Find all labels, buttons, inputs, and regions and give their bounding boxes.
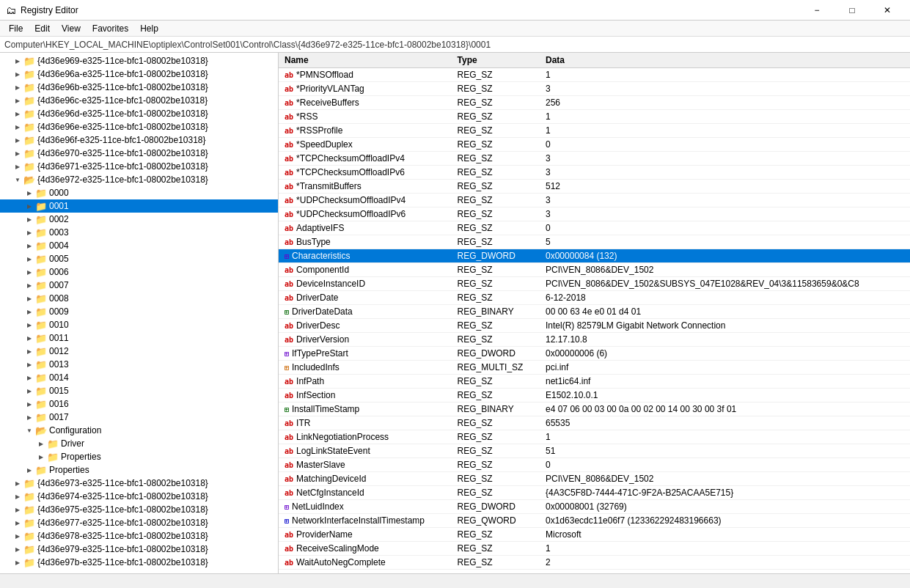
table-row[interactable]: abDriverVersionREG_SZ12.17.10.8	[279, 333, 910, 347]
expand-icon[interactable]: ▶	[12, 490, 23, 502]
expand-icon[interactable]: ▶	[12, 517, 23, 529]
expand-icon[interactable]: ▶	[12, 134, 23, 146]
table-row[interactable]: ab*RSSProfileREG_SZ1	[279, 124, 910, 138]
tree-item[interactable]: ▶📁{4d36e970-e325-11ce-bfc1-08002be10318}	[0, 147, 278, 160]
expand-icon[interactable]: ▶	[12, 477, 23, 489]
table-row[interactable]: ab*ReceiveBuffersREG_SZ256	[279, 96, 910, 110]
table-row[interactable]: ab*PriorityVLANTagREG_SZ3	[279, 82, 910, 96]
table-row[interactable]: ab*UDPChecksumOffloadIPv6REG_SZ3	[279, 207, 910, 221]
table-row[interactable]: ab*TCPChecksumOffloadIPv6REG_SZ3	[279, 166, 910, 180]
expand-icon[interactable]: ▶	[12, 556, 23, 568]
tree-item[interactable]: ▶📁{4d36e96c-e325-11ce-bfc1-08002be10318}	[0, 94, 278, 107]
expand-icon[interactable]: ▶	[12, 68, 23, 80]
tree-item[interactable]: ▶📁0007	[0, 279, 278, 292]
table-row[interactable]: ⊞IfTypePreStartREG_DWORD0x00000006 (6)	[279, 347, 910, 361]
expand-icon[interactable]: ▶	[12, 543, 23, 555]
table-row[interactable]: ab*TransmitBuffersREG_SZ512	[279, 180, 910, 194]
tree-item[interactable]: ▶📁0011	[0, 331, 278, 345]
tree-item[interactable]: ▶📁0015	[0, 384, 278, 397]
expand-icon[interactable]: ▶	[23, 266, 35, 278]
expand-icon[interactable]: ▶	[23, 398, 35, 410]
expand-icon[interactable]: ▶	[23, 213, 35, 225]
table-row[interactable]: abBusTypeREG_SZ5	[279, 235, 910, 249]
expand-icon[interactable]: ▶	[23, 306, 35, 317]
table-row[interactable]: abLogLinkStateEventREG_SZ51	[279, 444, 910, 458]
table-row[interactable]: abLinkNegotiationProcessREG_SZ1	[279, 430, 910, 444]
tree-item[interactable]: ▶📁{4d36e975-e325-11ce-bfc1-08002be10318}	[0, 503, 278, 516]
table-row[interactable]: ⊞DriverDateDataREG_BINARY00 00 63 4e e0 …	[279, 305, 910, 319]
menu-item-view[interactable]: View	[56, 22, 87, 34]
table-row[interactable]: abNetCfgInstanceIdREG_SZ{4A3C5F8D-7444-4…	[279, 486, 910, 500]
tree-item[interactable]: ▶📁{4d36e979-e325-11ce-bfc1-08002be10318}	[0, 543, 278, 556]
collapse-icon[interactable]: ▼	[23, 425, 35, 436]
tree-item[interactable]: ▶📁0002	[0, 213, 278, 226]
expand-icon[interactable]: ▶	[12, 530, 23, 542]
tree-item[interactable]: ▶📁0006	[0, 265, 278, 279]
table-row[interactable]: abITRREG_SZ65535	[279, 416, 910, 430]
close-button[interactable]: ✕	[870, 3, 904, 18]
tree-item[interactable]: ▶📁{4d36e977-e325-11ce-bfc1-08002be10318}	[0, 516, 278, 529]
tree-item[interactable]: ▶📁Properties	[0, 450, 278, 463]
tree-item[interactable]: ▶📁0014	[0, 371, 278, 384]
expand-icon[interactable]: ▶	[23, 240, 35, 251]
expand-icon[interactable]: ▶	[23, 372, 35, 383]
expand-icon[interactable]: ▶	[23, 293, 35, 304]
expand-icon[interactable]: ▶	[12, 121, 23, 133]
table-row[interactable]: abComponentIdREG_SZPCI\VEN_8086&DEV_1502	[279, 263, 910, 277]
tree-item[interactable]: ▼📂{4d36e972-e325-11ce-bfc1-08002be10318}	[0, 173, 278, 186]
table-row[interactable]: ⊞CharacteristicsREG_DWORD0x00000084 (132…	[279, 249, 910, 263]
tree-item[interactable]: ▶📁{4d36e97b-e325-11ce-bfc1-08002be10318}	[0, 556, 278, 569]
menu-item-help[interactable]: Help	[134, 22, 164, 34]
tree-item[interactable]: ▼📂Configuration	[0, 424, 278, 437]
expand-icon[interactable]: ▶	[23, 319, 35, 331]
table-row[interactable]: abInfSectionREG_SZE1502.10.0.1	[279, 389, 910, 403]
collapse-icon[interactable]: ▼	[12, 174, 23, 185]
tree-item[interactable]: ▶📁0016	[0, 397, 278, 411]
tree-item[interactable]: ▶📁0003	[0, 226, 278, 239]
tree-item[interactable]: ▶📁{4d36e973-e325-11ce-bfc1-08002be10318}	[0, 477, 278, 490]
tree-item[interactable]: ▶📁{4d36e96a-e325-11ce-bfc1-08002be10318}	[0, 67, 278, 81]
table-row[interactable]: abMasterSlaveREG_SZ0	[279, 458, 910, 472]
table-row[interactable]: abReceiveScalingModeREG_SZ1	[279, 542, 910, 556]
table-row[interactable]: ab*SpeedDuplexREG_SZ0	[279, 138, 910, 152]
detail-pane[interactable]: Name Type Data ab*PMNSOffloadREG_SZ1ab*P…	[279, 53, 910, 573]
expand-icon[interactable]: ▶	[23, 345, 35, 357]
expand-icon[interactable]: ▶	[35, 438, 47, 449]
table-row[interactable]: ⊞InstallTimeStampREG_BINARYe4 07 06 00 0…	[279, 403, 910, 416]
expand-icon[interactable]: ▶	[23, 187, 35, 199]
expand-icon[interactable]: ▶	[12, 108, 23, 120]
tree-item[interactable]: ▶📁0009	[0, 305, 278, 318]
tree-item[interactable]: ▶📁{4d36e971-e325-11ce-bfc1-08002be10318}	[0, 160, 278, 173]
expand-icon[interactable]: ▶	[23, 385, 35, 397]
expand-icon[interactable]: ▶	[35, 451, 47, 463]
table-row[interactable]: abProviderNameREG_SZMicrosoft	[279, 528, 910, 542]
expand-icon[interactable]: ▶	[23, 279, 35, 291]
tree-item[interactable]: ▶📁{4d36e969-e325-11ce-bfc1-08002be10318}	[0, 54, 278, 67]
expand-icon[interactable]: ▶	[23, 332, 35, 344]
tree-item[interactable]: ▶📁0013	[0, 358, 278, 371]
tree-item[interactable]: ▶📁{4d36e96d-e325-11ce-bfc1-08002be10318}	[0, 107, 278, 120]
menu-item-edit[interactable]: Edit	[29, 22, 56, 34]
tree-item[interactable]: ▶📁Properties	[0, 463, 278, 477]
tree-item[interactable]: ▶📁{4d36e974-e325-11ce-bfc1-08002be10318}	[0, 490, 278, 503]
expand-icon[interactable]: ▶	[12, 81, 23, 93]
expand-icon[interactable]: ▶	[23, 253, 35, 265]
table-row[interactable]: abMatchingDeviceIdREG_SZPCI\VEN_8086&DEV…	[279, 472, 910, 486]
maximize-button[interactable]: □	[835, 3, 869, 18]
minimize-button[interactable]: −	[800, 3, 834, 18]
table-row[interactable]: ⊞NetLuidIndexREG_DWORD0x00008001 (32769)	[279, 500, 910, 514]
table-row[interactable]: ⊞IncludedInfsREG_MULTI_SZpci.inf	[279, 361, 910, 375]
table-row[interactable]: ab*PMNSOffloadREG_SZ1	[279, 68, 910, 82]
tree-item[interactable]: ▶📁0005	[0, 252, 278, 265]
table-row[interactable]: abInfPathREG_SZnet1ic64.inf	[279, 375, 910, 389]
table-row[interactable]: abDriverDescREG_SZIntel(R) 82579LM Gigab…	[279, 319, 910, 333]
menu-item-file[interactable]: File	[3, 22, 29, 34]
tree-item[interactable]: ▶📁Driver	[0, 437, 278, 450]
tree-item[interactable]: ▶📁0001	[0, 199, 278, 213]
expand-icon[interactable]: ▶	[12, 95, 23, 106]
expand-icon[interactable]: ▶	[23, 227, 35, 238]
table-row[interactable]: abDriverDateREG_SZ6-12-2018	[279, 291, 910, 305]
menu-item-favorites[interactable]: Favorites	[87, 22, 134, 34]
expand-icon[interactable]: ▶	[23, 200, 35, 212]
tree-item[interactable]: ▶📁0012	[0, 345, 278, 358]
